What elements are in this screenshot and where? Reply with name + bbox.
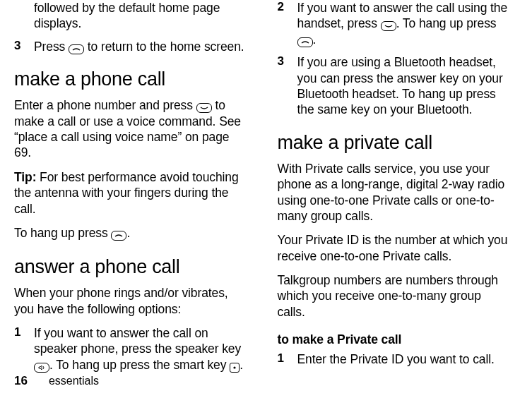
step-number: 3 xyxy=(278,54,297,118)
continued-text-wrap: followed by the default home page displa… xyxy=(14,0,248,32)
step-number: 1 xyxy=(278,351,297,367)
answer-intro: When your phone rings and/or vibrates, y… xyxy=(14,285,248,317)
page-columns: followed by the default home page displa… xyxy=(14,0,511,360)
text-b: . To hang up press the smart key xyxy=(49,358,230,372)
private-step-1: 1 Enter the Private ID you want to call. xyxy=(278,351,512,367)
text-c: . xyxy=(240,358,243,372)
left-column: followed by the default home page displa… xyxy=(14,0,248,360)
hangup-text: To hang up press . xyxy=(14,225,248,241)
text-a: To hang up press xyxy=(14,226,111,240)
end-key-icon xyxy=(297,37,313,47)
private-p1: With Private calls service, you use your… xyxy=(278,161,512,224)
send-key-icon xyxy=(381,21,396,31)
tip-paragraph: Tip: For best performance avoid touching… xyxy=(14,169,248,217)
answer-step-3: 3 If you are using a Bluetooth headset, … xyxy=(278,54,512,118)
step-number: 3 xyxy=(14,39,34,54)
text-b: to return to the home screen. xyxy=(84,40,244,54)
svg-point-0 xyxy=(234,366,236,368)
send-key-icon xyxy=(196,103,212,113)
right-column: 2 If you want to answer the call using t… xyxy=(278,0,512,360)
subheading-to-make-private-call: to make a Private call xyxy=(278,332,512,347)
spacer xyxy=(14,0,34,32)
text-a: If you want to answer the call on speake… xyxy=(34,326,241,356)
smart-key-icon xyxy=(230,363,240,373)
heading-make-phone-call: make a phone call xyxy=(14,68,248,90)
step-body: Enter the Private ID you want to call. xyxy=(297,351,495,367)
footer-section-label: essentials xyxy=(49,375,99,387)
text-c: . xyxy=(313,32,317,47)
speaker-key-icon xyxy=(34,363,49,373)
text-a: Press xyxy=(34,40,69,54)
page-footer: 16 essentials xyxy=(14,374,99,388)
step-3: 3 Press to return to the home screen. xyxy=(14,39,248,54)
tip-label: Tip: xyxy=(14,170,36,184)
step-number: 2 xyxy=(278,0,297,47)
continued-text: followed by the default home page displa… xyxy=(34,0,248,32)
heading-answer-phone-call: answer a phone call xyxy=(14,256,248,278)
end-key-icon xyxy=(111,231,126,241)
step-body: Press to return to the home screen. xyxy=(34,39,244,54)
step-number: 1 xyxy=(14,325,34,373)
tip-body: For best performance avoid touching the … xyxy=(14,170,239,216)
answer-step-2: 2 If you want to answer the call using t… xyxy=(278,0,512,47)
step-body: If you are using a Bluetooth headset, yo… xyxy=(297,54,512,118)
private-p3: Talkgroup numbers are numbers through wh… xyxy=(278,272,512,320)
text-b: . xyxy=(126,226,130,240)
heading-make-private-call: make a private call xyxy=(278,132,512,154)
step-body: If you want to answer the call on speake… xyxy=(34,325,248,373)
text-b: . To hang up press xyxy=(396,16,497,30)
step-body: If you want to answer the call using the… xyxy=(297,0,512,47)
answer-step-1: 1 If you want to answer the call on spea… xyxy=(14,325,248,373)
page-number: 16 xyxy=(14,374,28,388)
end-key-icon xyxy=(69,44,84,54)
private-p2: Your Private ID is the number at which y… xyxy=(278,232,512,264)
text-a: Enter a phone number and press xyxy=(14,98,196,112)
make-call-body: Enter a phone number and press to make a… xyxy=(14,97,248,161)
